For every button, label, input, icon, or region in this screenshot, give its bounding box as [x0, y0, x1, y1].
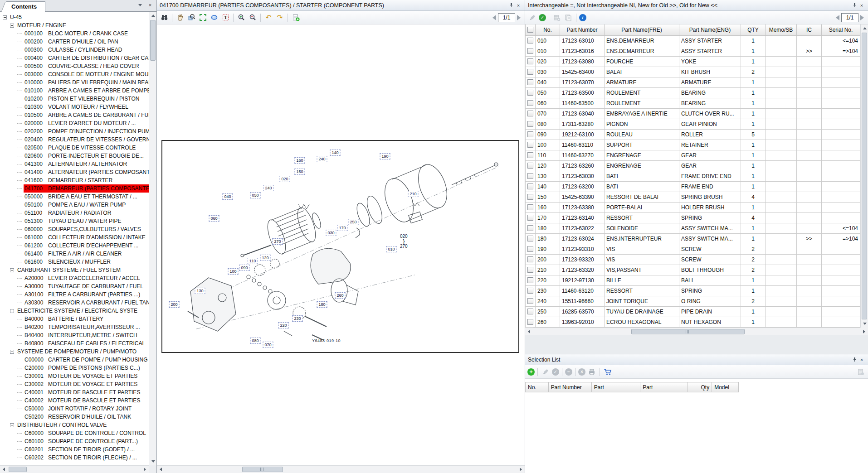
tree-item[interactable]: 050100POMPE A EAU / WATER PUMP [1, 201, 149, 209]
parts-vscrollbar[interactable] [860, 24, 868, 328]
tree-expander-icon[interactable] [3, 15, 7, 19]
parts-table-row[interactable]: 19017123-93310VISSCREW2 [526, 244, 860, 254]
parts-table-row[interactable]: 17017123-63140RESSORTSPRING4 [526, 212, 860, 223]
find-icon[interactable] [159, 13, 169, 23]
part-callout[interactable]: 040 [222, 193, 233, 200]
tree-item[interactable]: 003000CONSOLE DE MOTEUR / ENGINE MOUNT [1, 70, 149, 78]
parts-table-row[interactable]: 13017123-63030BATIFRAME DRIVE END1 [526, 171, 860, 181]
parts-table-row[interactable]: 22019212-97130BILLEBALL1 [526, 275, 860, 285]
tree-branch[interactable]: ELECTRICITE SYSTEME / ELECTRICAL SYSTE [1, 307, 149, 315]
part-callout[interactable]: 180 [317, 301, 327, 308]
row-checkbox[interactable] [527, 79, 533, 85]
column-header[interactable]: Part Name(ENG) [679, 24, 741, 35]
tree-item[interactable]: C30002MOTEUR DE VOYAGE ET PARTIES [1, 380, 149, 388]
selection-column-header[interactable]: No. [526, 382, 549, 392]
tree-item[interactable]: 010100ARBRE A CAMES ET ARBRE DE POMPE [1, 87, 149, 95]
tree-item[interactable]: C20000POMPE DE PISTONS (PARTIES C...) [1, 364, 149, 372]
print-icon[interactable] [587, 367, 597, 377]
part-callout[interactable]: 210 [408, 191, 418, 197]
parts-table-row[interactable]: 25016285-63570TUYAU DE DRAINAGEPIPE DRAI… [526, 306, 860, 317]
cart-icon[interactable] [603, 367, 613, 377]
tree-item[interactable]: 020600PORTE-INJECTEUR ET BOUGIE DE... [1, 152, 149, 160]
tree-item[interactable]: B40800FAISCEAU DE CABLES / ELECTRICAL [1, 339, 149, 348]
add-to-selection-icon[interactable] [291, 13, 301, 23]
tree-item[interactable]: A30300RESERVOIR A CARBURANT / FUEL TANK [1, 299, 149, 307]
selection-edit-icon[interactable] [541, 367, 551, 377]
tree-item[interactable]: 000500COUVRE-CULASSE / HEAD COVER [1, 62, 149, 70]
tree-item[interactable]: C40001MOTEUR DE BASCULE ET PARTIES [1, 388, 149, 396]
row-checkbox[interactable] [527, 111, 533, 116]
tree-item[interactable]: 010000PALIERS DE VILEBREQUIN / MAIN BEAR… [1, 78, 149, 87]
parts-close-icon[interactable]: × [858, 2, 865, 9]
tree-branch[interactable]: CARBURANT SYSTEME / FUEL SYSTEM [1, 266, 149, 274]
tree-expander-icon[interactable] [10, 24, 14, 28]
part-callout[interactable]: 240 [263, 185, 273, 191]
tree-item[interactable]: 061200COLLECTEUR D'ECHAPPEMENT ... [1, 241, 149, 250]
pan-hand-icon[interactable] [175, 13, 185, 23]
part-callout[interactable]: 230 [292, 315, 302, 322]
row-checkbox[interactable] [527, 215, 533, 221]
remove-item-icon[interactable]: − [565, 368, 572, 376]
parts-table-row[interactable]: 18017123-63024ENS.INTERRUPTEURASSY SWITC… [526, 233, 860, 244]
tree-item[interactable]: C60202SECTION DE TIROIR (FLECHE) / ... [1, 454, 149, 462]
tree-item[interactable]: C30001MOTEUR DE VOYAGE ET PARTIES [1, 372, 149, 380]
tree-branch[interactable]: U-45 [1, 13, 149, 21]
tree-item[interactable]: 051300TUYAU D'EAU / WATER PIPE [1, 217, 149, 225]
tree-item[interactable]: 020200POMPE D'INJECTION / INJECTION PUMP [1, 127, 149, 135]
parts-table-row[interactable]: 02017123-63080FOURCHEYOKE1 [526, 56, 860, 67]
selection-confirm-icon[interactable]: ✓ [552, 368, 559, 376]
tree-expander-icon[interactable] [10, 268, 14, 272]
redo-icon[interactable]: ↷ [275, 13, 285, 23]
tree-item[interactable]: 041300ALTERNATEUR / ALTERNATOR [1, 160, 149, 168]
row-checkbox[interactable] [527, 48, 533, 54]
drawing-hscrollbar[interactable] [157, 465, 525, 473]
parts-table-row[interactable]: 20017123-93320VISSCREW2 [526, 254, 860, 265]
row-checkbox[interactable] [527, 183, 533, 189]
parts-table-row[interactable]: 04017123-63070ARMATUREARMATURE1 [526, 77, 860, 87]
tree-branch[interactable]: MOTEUR / ENGINE [1, 21, 149, 29]
row-checkbox[interactable] [527, 69, 533, 75]
row-checkbox[interactable] [527, 100, 533, 106]
part-callout[interactable]: 080 [250, 338, 260, 344]
delete-all-icon[interactable]: × [578, 368, 585, 376]
parts-table-row[interactable]: 06011460-63500ROULEMENTBEARING1 [526, 98, 860, 108]
part-callout[interactable]: 220 [278, 322, 288, 328]
tree-item[interactable]: C60201SECTION DE TIROIR (GODET) / ... [1, 445, 149, 454]
parts-table-row[interactable]: 01017123-63016ENS.DEMARREURASSY STARTER1… [526, 46, 860, 56]
tree-item[interactable]: C60100SOUPAPE DE CONTROLE (PART...) [1, 437, 149, 445]
part-callout[interactable]: 190 [380, 153, 390, 159]
tree-item[interactable]: C00000CARTER DE POMPE / PUMP HOUSING [1, 356, 149, 364]
fit-page-icon[interactable] [198, 13, 208, 23]
tree-item[interactable]: 061400FILTRE A AIR / AIR CLEANER [1, 250, 149, 258]
part-callout[interactable]: 160 [294, 157, 305, 164]
export-icon[interactable] [856, 367, 866, 377]
tree-item[interactable]: 020500PLAQUE DE VITESSE-CONTROLE [1, 144, 149, 152]
tree-item[interactable]: A30000TUYAUTAGE DE CARBURANT / FUEL [1, 282, 149, 290]
parts-table-row[interactable]: 21017123-63320VIS,PASSANTBOLT THROUGH2 [526, 265, 860, 275]
row-checkbox[interactable] [527, 173, 533, 179]
parts-prev-page-icon[interactable] [836, 15, 839, 20]
parts-table-row[interactable]: 24015511-96660JOINT TORIQUEO RING2 [526, 296, 860, 306]
row-checkbox[interactable] [527, 319, 533, 325]
part-callout[interactable]: 110 [248, 258, 258, 264]
part-callout[interactable]: 140 [330, 150, 340, 156]
row-checkbox[interactable] [527, 163, 533, 169]
column-header[interactable]: QTY [741, 24, 766, 35]
part-callout[interactable]: 240 [317, 156, 327, 162]
tree-item[interactable]: 000300CULASSE / CYLINDER HEAD [1, 46, 149, 54]
tree-item[interactable]: B40400INTERRUPTEUR,METRE / SWITCH [1, 331, 149, 339]
parts-next-page-icon[interactable] [860, 15, 864, 20]
part-callout[interactable]: 270 [272, 238, 283, 245]
parts-pin-icon[interactable] [851, 2, 858, 9]
part-callout[interactable]: 250 [348, 219, 358, 225]
column-header[interactable]: IC [797, 24, 822, 35]
panel-menu-icon[interactable] [137, 1, 144, 9]
add-rows-icon[interactable] [552, 13, 562, 23]
parts-table-row[interactable]: 14017123-63200BATIFRAME END1 [526, 181, 860, 192]
part-callout[interactable]: 010 [386, 246, 396, 252]
tree-item[interactable]: A20000LEVIER D'ACCELERATEUR / ACCEL [1, 274, 149, 282]
parts-table-row[interactable]: 03015425-63400BALAIKIT BRUSH2 [526, 67, 860, 77]
row-checkbox[interactable] [527, 246, 533, 252]
text-select-icon[interactable]: T [220, 13, 230, 23]
info-icon[interactable]: i [579, 14, 586, 21]
